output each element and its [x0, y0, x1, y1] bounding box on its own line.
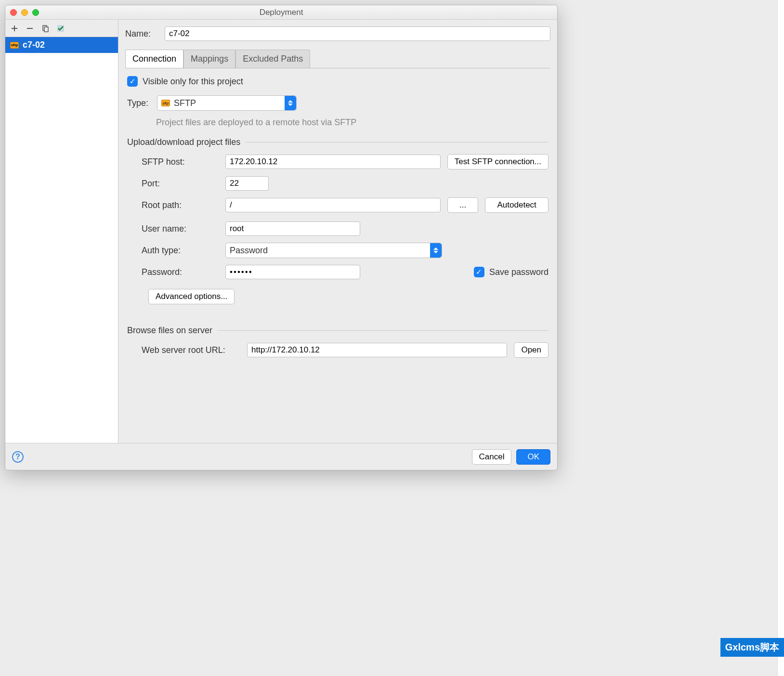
visible-label: Visible only for this project — [143, 77, 243, 87]
divider — [245, 142, 549, 143]
section-label: Browse files on server — [127, 325, 212, 336]
svg-rect-1 — [44, 27, 48, 32]
open-url-button[interactable]: Open — [514, 342, 549, 358]
type-select[interactable]: sftp SFTP — [157, 95, 297, 111]
dialog-footer: ? Cancel OK — [5, 443, 557, 470]
window-title: Deployment — [5, 8, 557, 17]
save-password-label: Save password — [489, 267, 549, 277]
auth-type-label: Auth type: — [142, 246, 219, 256]
section-label: Upload/download project files — [127, 137, 240, 147]
divider — [217, 330, 549, 331]
tab-connection[interactable]: Connection — [125, 50, 183, 68]
name-row: Name: — [125, 26, 550, 41]
chevron-updown-icon — [430, 243, 442, 258]
password-label: Password: — [142, 267, 219, 277]
type-value: SFTP — [174, 98, 196, 108]
advanced-options-button[interactable]: Advanced options... — [148, 289, 235, 304]
deployment-dialog: Deployment sftp c7-02 Name: — [5, 5, 558, 470]
type-row: Type: sftp SFTP — [127, 95, 549, 111]
sftp-icon: sftp — [10, 42, 19, 49]
sftp-host-input[interactable] — [225, 155, 441, 169]
visible-row: ✓ Visible only for this project — [127, 76, 549, 87]
type-label: Type: — [127, 98, 151, 108]
user-label: User name: — [142, 224, 219, 234]
user-input[interactable] — [225, 221, 360, 236]
root-path-label: Root path: — [142, 200, 219, 210]
watermark: Gxlcms脚本 — [720, 638, 784, 657]
browse-root-button[interactable]: ... — [447, 197, 479, 213]
save-password-row: ✓ Save password — [474, 267, 549, 277]
browse-section-header: Browse files on server — [127, 325, 549, 336]
ok-button[interactable]: OK — [516, 449, 550, 465]
dialog-body: sftp c7-02 Name: Connection Mappings Exc… — [5, 20, 557, 443]
root-path-input[interactable] — [225, 198, 441, 212]
name-input[interactable] — [165, 26, 550, 41]
copy-server-button[interactable] — [41, 24, 50, 33]
auth-form: User name: Auth type: Password Password:… — [127, 221, 549, 279]
background-gutter — [777, 0, 784, 676]
titlebar: Deployment — [5, 5, 557, 20]
sidebar-toolbar — [5, 20, 118, 37]
auth-type-value: Password — [230, 246, 268, 256]
auth-type-select[interactable]: Password — [225, 243, 442, 258]
tab-excluded[interactable]: Excluded Paths — [235, 50, 310, 68]
autodetect-button[interactable]: Autodetect — [485, 197, 549, 213]
sftp-icon: sftp — [161, 100, 170, 106]
test-connection-button[interactable]: Test SFTP connection... — [447, 154, 549, 169]
name-label: Name: — [125, 29, 159, 39]
upload-form: SFTP host: Test SFTP connection... Port:… — [127, 154, 549, 213]
remove-server-button[interactable] — [26, 24, 34, 33]
type-hint: Project files are deployed to a remote h… — [156, 117, 549, 128]
password-input[interactable] — [225, 265, 360, 279]
add-server-button[interactable] — [10, 24, 19, 33]
server-list: sftp c7-02 — [5, 37, 118, 443]
port-label: Port: — [142, 179, 219, 189]
tab-mappings[interactable]: Mappings — [183, 50, 235, 68]
main-panel: Name: Connection Mappings Excluded Paths… — [118, 20, 557, 443]
visible-checkbox[interactable]: ✓ — [127, 76, 138, 87]
help-button[interactable]: ? — [12, 451, 24, 463]
server-item-c7-02[interactable]: sftp c7-02 — [5, 37, 118, 53]
server-item-label: c7-02 — [23, 40, 45, 50]
sftp-host-label: SFTP host: — [142, 157, 219, 167]
web-url-label: Web server root URL: — [142, 345, 240, 355]
web-url-input[interactable] — [247, 343, 507, 357]
upload-section-header: Upload/download project files — [127, 137, 549, 147]
sidebar: sftp c7-02 — [5, 20, 118, 443]
save-password-checkbox[interactable]: ✓ — [474, 267, 484, 277]
validate-server-button[interactable] — [56, 24, 65, 33]
tabs: Connection Mappings Excluded Paths — [125, 50, 550, 68]
chevron-updown-icon — [285, 96, 296, 110]
port-input[interactable] — [225, 176, 269, 191]
tab-panel-connection: ✓ Visible only for this project Type: sf… — [125, 68, 550, 443]
cancel-button[interactable]: Cancel — [472, 449, 512, 465]
